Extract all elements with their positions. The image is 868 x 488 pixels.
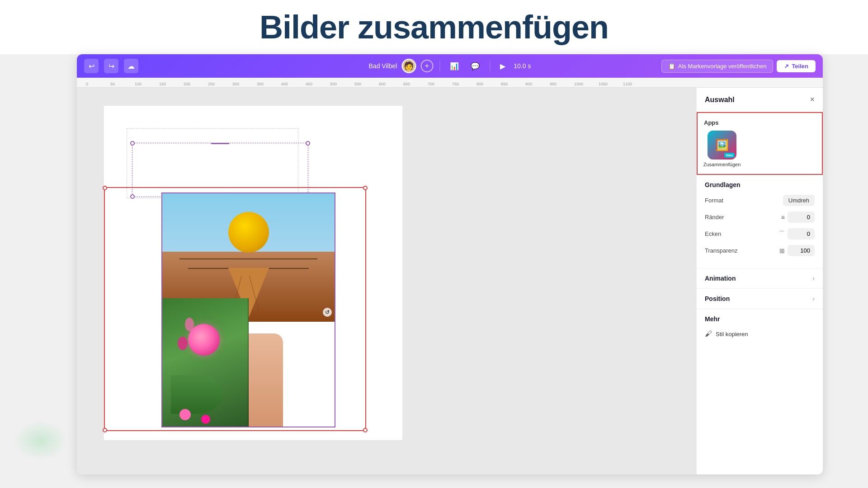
undo-button[interactable]: ↩ (84, 59, 99, 73)
title-area: Bilder zusammenfügen (0, 0, 868, 54)
ruler-mark: 250 (208, 82, 232, 87)
add-button[interactable]: + (420, 60, 433, 72)
petal1 (185, 318, 194, 331)
grundlagen-title: Grundlagen (705, 181, 815, 188)
transparenz-row: Transparenz ⊞ (705, 245, 815, 256)
rotate-handle[interactable]: ↺ (323, 308, 332, 317)
petal2 (178, 337, 188, 350)
ice-cream-scoop (228, 212, 269, 253)
ruler-marks: 0 50 100 150 200 250 300 350 400 450 500… (86, 82, 647, 87)
animation-title: Animation (705, 275, 736, 282)
format-row: Format Umdreh (705, 195, 815, 206)
format-control: Umdreh (783, 195, 815, 206)
building-detail (179, 258, 317, 259)
deco-blob (14, 420, 68, 461)
stil-kopieren-label: Stil kopieren (716, 331, 748, 338)
ruler-mark: 100 (135, 82, 159, 87)
outer-handle-tr[interactable] (363, 186, 368, 190)
stil-icon: 🖌 (705, 330, 712, 338)
ruler-mark: 150 (159, 82, 184, 87)
outer-handle-bl[interactable] (103, 428, 107, 432)
raender-label: Ränder (705, 214, 781, 221)
inner-selection (132, 143, 308, 197)
time-display: 10.0 s (514, 62, 531, 70)
ruler-mark: 850 (501, 82, 525, 87)
play-button[interactable]: ▶ (496, 60, 509, 72)
handle-bl[interactable] (130, 194, 135, 199)
avatar: 🧑 (401, 59, 416, 73)
panel-title: Auswahl (705, 96, 735, 104)
ruler-mark: 450 (306, 82, 330, 87)
transparenz-label: Transparenz (705, 247, 779, 254)
image-frame-main[interactable] (161, 192, 335, 427)
transparenz-control: ⊞ (779, 245, 815, 256)
separator2 (490, 61, 490, 71)
play-icon: ▶ (500, 62, 505, 70)
app-icon-visual: 🖼️ (715, 139, 729, 151)
comment-button[interactable]: 💬 (467, 60, 483, 72)
ruler-mark: 200 (184, 82, 208, 87)
small-flower1 (179, 409, 191, 420)
chart-button[interactable]: 📊 (446, 60, 462, 72)
leaf (171, 375, 222, 413)
ruler-mark: 900 (525, 82, 550, 87)
app-badge: Neu (724, 153, 735, 158)
transparenz-input[interactable] (788, 245, 815, 256)
ruler-mark: 350 (257, 82, 281, 87)
format-label: Format (705, 197, 783, 204)
outer-handle-br[interactable] (363, 428, 368, 432)
publish-icon: 📋 (668, 63, 675, 70)
right-panel: Auswahl × Apps 🖼️ Neu Zusammenfügen Grun… (696, 88, 823, 474)
panel-close-button[interactable]: × (810, 95, 815, 104)
cloud-icon: ☁ (127, 62, 135, 70)
flower-panel (162, 298, 249, 427)
editor-container: ↩ ↪ ☁ Bad Vilbel 🧑 + 📊 💬 ▶ 10.0 s (77, 54, 823, 474)
ruler-mark: 0 (86, 82, 110, 87)
separator (439, 61, 440, 71)
animation-section[interactable]: Animation › (697, 268, 823, 289)
position-title: Position (705, 295, 730, 302)
page-title: Bilder zusammenfügen (259, 9, 609, 46)
canvas-area[interactable]: ↺ (77, 88, 696, 474)
small-flower2 (201, 415, 210, 424)
share-button[interactable]: ↗ Teilen (777, 60, 816, 72)
app-name: Zusammenfügen (703, 161, 741, 168)
apps-label: Apps (704, 119, 816, 126)
transparenz-icon: ⊞ (779, 247, 785, 254)
redo-icon: ↪ (108, 62, 114, 70)
outer-handle-tl[interactable] (103, 186, 107, 190)
animation-chevron: › (812, 275, 815, 282)
ruler-mark: 550 (354, 82, 379, 87)
ruler-mark: 650 (403, 82, 428, 87)
position-section[interactable]: Position › (697, 289, 823, 309)
editor-body: ↺ Auswahl × Apps � (77, 88, 823, 474)
ecken-label: Ecken (705, 230, 778, 237)
ruler: 0 50 100 150 200 250 300 350 400 450 500… (77, 78, 823, 88)
undo-icon: ↩ (89, 62, 94, 70)
ruler-mark: 1000 (574, 82, 599, 87)
publish-button[interactable]: 📋 Als Markenvorlage veröffentlichen (661, 60, 774, 73)
ruler-mark: 1100 (623, 82, 647, 87)
panel-divider (248, 298, 249, 427)
raender-input[interactable] (788, 211, 815, 223)
chart-icon: 📊 (450, 62, 459, 70)
handle-tl[interactable] (130, 141, 135, 145)
location-label: Bad Vilbel (369, 62, 397, 70)
ecken-icon: ⌒ (778, 230, 785, 238)
raender-row: Ränder ≡ (705, 211, 815, 223)
ruler-mark: 700 (428, 82, 452, 87)
stil-kopieren-button[interactable]: 🖌 Stil kopieren (705, 328, 748, 340)
grundlagen-section: Grundlagen Format Umdreh Ränder ≡ (697, 175, 823, 268)
raender-icon: ≡ (781, 214, 785, 221)
outer-selection: ↺ (104, 187, 366, 431)
ruler-mark: 400 (281, 82, 306, 87)
ecken-input[interactable] (788, 228, 815, 239)
position-chevron: › (812, 295, 815, 302)
comment-icon: 💬 (471, 62, 480, 70)
handle-tr[interactable] (306, 141, 310, 145)
redo-button[interactable]: ↪ (104, 59, 118, 73)
cloud-button[interactable]: ☁ (124, 59, 138, 73)
format-value-button[interactable]: Umdreh (783, 195, 815, 206)
app-icon-container[interactable]: 🖼️ Neu Zusammenfügen (704, 131, 740, 168)
ruler-mark: 300 (232, 82, 257, 87)
